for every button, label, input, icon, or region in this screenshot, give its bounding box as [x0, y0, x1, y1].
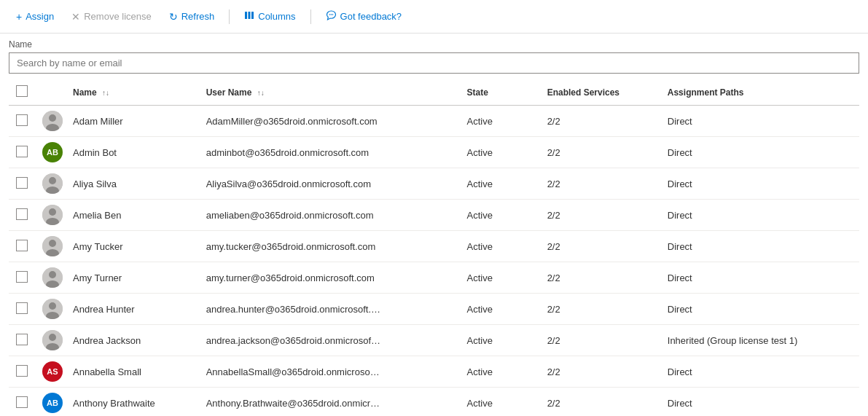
row-checkbox[interactable] [16, 271, 28, 283]
svg-point-19 [49, 271, 56, 278]
columns-icon [244, 10, 254, 23]
state-cell: Active [460, 200, 540, 231]
services-cell: 2/2 [540, 325, 660, 356]
name-cell: Anthony Brathwaite [66, 388, 199, 417]
services-cell: 2/2 [540, 106, 660, 137]
remove-icon: ✕ [71, 11, 80, 23]
assign-button[interactable]: + Assign [9, 7, 61, 27]
row-checkbox[interactable] [16, 177, 28, 189]
avatar-cell: AB [35, 137, 66, 168]
row-checkbox[interactable] [16, 396, 28, 408]
state-cell: Active [460, 325, 540, 356]
username-column-header[interactable]: User Name ↑↓ [199, 79, 460, 106]
refresh-icon: ↻ [169, 11, 178, 23]
row-checkbox[interactable] [16, 208, 28, 220]
state-cell: Active [460, 262, 540, 294]
table-header-row: Name ↑↓ User Name ↑↓ State Enabled Servi… [9, 79, 859, 106]
row-checkbox[interactable] [16, 334, 28, 345]
avatar [42, 330, 63, 350]
refresh-label: Refresh [181, 11, 215, 22]
avatar-cell: AB [35, 388, 66, 417]
filter-label: Name [9, 39, 859, 50]
services-cell: 2/2 [540, 262, 660, 294]
paths-cell: Inherited (Group license test 1) [660, 325, 859, 356]
users-table: Name ↑↓ User Name ↑↓ State Enabled Servi… [9, 79, 859, 416]
paths-cell: Direct [660, 356, 859, 388]
paths-cell: Direct [660, 106, 859, 137]
table-row: Adam MillerAdamMiller@o365droid.onmicros… [9, 106, 859, 137]
name-cell: Andrea Jackson [66, 325, 199, 356]
state-cell: Active [460, 231, 540, 262]
username-cell: ameliaben@o365droid.onmicrosoft.com [199, 200, 460, 231]
row-checkbox[interactable] [16, 146, 28, 157]
avatar-header [35, 79, 66, 106]
username-cell: andrea.hunter@o365droid.onmicrosoft.com [199, 294, 460, 325]
services-cell: 2/2 [540, 356, 660, 388]
avatar-cell [35, 106, 66, 137]
remove-license-label: Remove license [84, 11, 152, 22]
username-sort-icon: ↑↓ [257, 89, 265, 97]
avatar [42, 173, 63, 194]
state-column-header: State [460, 79, 540, 106]
paths-cell: Direct [660, 200, 859, 231]
select-all-checkbox[interactable] [16, 85, 28, 97]
assign-icon: + [16, 11, 22, 23]
name-column-header[interactable]: Name ↑↓ [66, 79, 199, 106]
svg-rect-0 [245, 12, 247, 19]
svg-point-4 [330, 14, 332, 15]
svg-point-10 [49, 177, 56, 184]
services-cell: 2/2 [540, 168, 660, 200]
table-row: ASAnnabella SmallAnnabellaSmall@o365droi… [9, 356, 859, 388]
services-cell: 2/2 [540, 200, 660, 231]
avatar: AB [42, 142, 63, 162]
username-cell: AnnabellaSmall@o365droid.onmicrosoft.com [199, 356, 460, 388]
avatar [42, 236, 63, 256]
avatar-cell [35, 325, 66, 356]
search-input[interactable] [9, 52, 859, 74]
avatar [42, 111, 63, 131]
row-checkbox[interactable] [16, 365, 28, 377]
table-row: Aliya SilvaAliyaSilva@o365droid.onmicros… [9, 168, 859, 200]
name-cell: Annabella Small [66, 356, 199, 388]
services-cell: 2/2 [540, 137, 660, 168]
state-cell: Active [460, 168, 540, 200]
svg-point-13 [49, 208, 56, 216]
username-cell: adminbot@o365droid.onmicrosoft.com [199, 137, 460, 168]
username-cell: AliyaSilva@o365droid.onmicrosoft.com [199, 168, 460, 200]
refresh-button[interactable]: ↻ Refresh [162, 7, 222, 27]
name-cell: Admin Bot [66, 137, 199, 168]
filter-section: Name [0, 34, 868, 74]
svg-point-16 [49, 240, 56, 247]
username-cell: andrea.jackson@o365droid.onmicrosoft.com [199, 325, 460, 356]
feedback-button[interactable]: Got feedback? [318, 6, 410, 27]
row-checkbox[interactable] [16, 114, 28, 126]
avatar-cell [35, 262, 66, 294]
paths-cell: Direct [660, 294, 859, 325]
svg-point-25 [49, 334, 56, 341]
name-cell: Amy Turner [66, 262, 199, 294]
columns-button[interactable]: Columns [237, 6, 302, 27]
columns-label: Columns [258, 11, 295, 22]
svg-point-3 [329, 14, 330, 15]
select-all-header [9, 79, 35, 106]
table-row: Andrea Hunterandrea.hunter@o365droid.onm… [9, 294, 859, 325]
state-cell: Active [460, 294, 540, 325]
paths-cell: Direct [660, 262, 859, 294]
avatar-cell [35, 294, 66, 325]
row-checkbox[interactable] [16, 302, 28, 314]
table-row: Amy Tuckeramy.tucker@o365droid.onmicroso… [9, 231, 859, 262]
avatar-cell: AS [35, 356, 66, 388]
name-sort-icon: ↑↓ [102, 89, 109, 97]
state-cell: Active [460, 137, 540, 168]
name-cell: Andrea Hunter [66, 294, 199, 325]
avatar [42, 267, 63, 288]
paths-cell: Direct [660, 231, 859, 262]
remove-license-button[interactable]: ✕ Remove license [64, 7, 159, 27]
avatar: AB [42, 393, 63, 413]
avatar [42, 205, 63, 225]
svg-point-7 [49, 114, 56, 122]
table-row: ABAdmin Botadminbot@o365droid.onmicrosof… [9, 137, 859, 168]
row-checkbox[interactable] [16, 240, 28, 251]
table-row: Amy Turneramy.turner@o365droid.onmicroso… [9, 262, 859, 294]
name-cell: Amy Tucker [66, 231, 199, 262]
